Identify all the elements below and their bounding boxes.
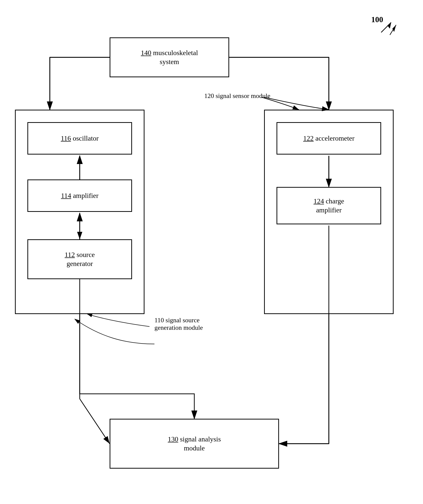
svg-marker-1 (387, 22, 391, 29)
diagram: 100 140 musculoskeletalsystem 116 oscill… (0, 0, 423, 504)
svg-line-11 (80, 399, 110, 444)
label-oscillator: 116 oscillator (61, 134, 99, 143)
svg-line-19 (390, 25, 396, 35)
label-source-generator: 112 sourcegenerator (65, 250, 95, 268)
box-source-generator: 112 sourcegenerator (27, 239, 132, 279)
box-signal-analysis: 130 signal analysismodule (110, 419, 279, 469)
label-amplifier: 114 amplifier (61, 191, 99, 200)
svg-marker-20 (392, 25, 396, 32)
annotation-120: 120 signal sensor module (204, 92, 270, 100)
box-charge-amplifier: 124 chargeamplifier (277, 187, 381, 224)
label-musculoskeletal: 140 musculoskeletalsystem (141, 48, 198, 67)
ref-100: 100 (371, 15, 383, 24)
box-oscillator: 116 oscillator (27, 122, 132, 155)
box-accelerometer: 122 accelerometer (277, 122, 381, 155)
label-charge-amplifier: 124 chargeamplifier (313, 197, 344, 215)
box-amplifier: 114 amplifier (27, 179, 132, 212)
label-accelerometer: 122 accelerometer (303, 134, 354, 143)
annotation-110: 110 signal sourcegeneration module (154, 317, 203, 332)
label-signal-analysis: 130 signal analysismodule (168, 435, 221, 453)
box-musculoskeletal: 140 musculoskeletalsystem (110, 37, 229, 77)
